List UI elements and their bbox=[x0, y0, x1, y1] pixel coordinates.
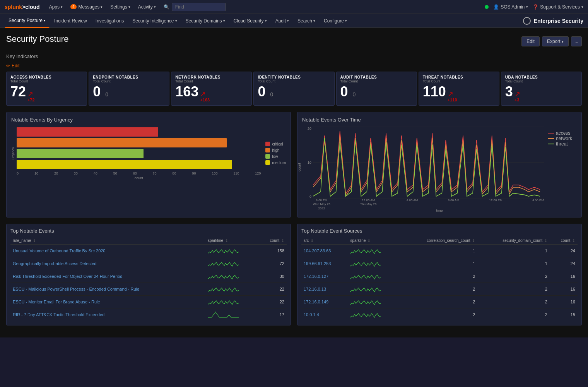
bar-xtick-11: 110 bbox=[233, 171, 239, 175]
source-domain-4: 2 bbox=[477, 296, 550, 308]
top-sources-panel: Top Notable Event Sources src ⇕ sparklin… bbox=[297, 224, 582, 325]
nav-investigations[interactable]: Investigations bbox=[92, 14, 128, 28]
source-src-1[interactable]: 199.66.91.253 bbox=[301, 257, 348, 270]
secbar-right: Enterprise Security bbox=[523, 17, 583, 25]
delta-num-5: +110 bbox=[448, 98, 457, 102]
indicator-card-3[interactable]: IDENTITY NOTABLES Total Count 0 0 bbox=[253, 72, 334, 106]
event-row-1[interactable]: Geographically Improbable Access Detecte… bbox=[10, 257, 287, 270]
sparkline-svg bbox=[208, 272, 239, 280]
bar-legend-item-3: medium bbox=[265, 160, 286, 165]
export-button[interactable]: Export ▾ bbox=[542, 36, 569, 46]
line-legend-item-0: access bbox=[548, 130, 577, 136]
indicator-card-2[interactable]: NETWORK NOTABLES Total Count 163 ↗ +163 bbox=[171, 72, 252, 106]
logo[interactable]: splunk>cloud bbox=[5, 4, 40, 10]
apps-menu[interactable]: Apps ▾ bbox=[46, 3, 66, 11]
nav-security-intelligence[interactable]: Security Intelligence ▾ bbox=[128, 14, 181, 28]
source-src-5[interactable]: 10.0.1.4 bbox=[301, 308, 348, 321]
nav-security-posture[interactable]: Security Posture ▾ bbox=[5, 14, 50, 28]
support-menu[interactable]: ❓ Support & Services ▾ bbox=[533, 4, 583, 10]
indicator-title-3: IDENTITY NOTABLES bbox=[258, 75, 330, 79]
bar-legend-dot-2 bbox=[265, 154, 270, 159]
activity-menu[interactable]: Activity ▾ bbox=[135, 3, 159, 11]
event-count-5: 17 bbox=[258, 308, 287, 321]
event-rule-name-5[interactable]: RIR - 7 Day ATT&CK Tactic Threshold Exce… bbox=[10, 308, 205, 321]
source-src-3[interactable]: 172.16.0.13 bbox=[301, 283, 348, 296]
event-rule-name-2[interactable]: Risk Threshold Exceeded For Object Over … bbox=[10, 270, 205, 283]
th-rule-name[interactable]: rule_name ⇕ bbox=[10, 237, 205, 245]
sparkline-svg bbox=[350, 272, 381, 280]
indicator-delta-5: ↗ +110 bbox=[448, 91, 457, 102]
edit-indicators-link[interactable]: ✏ Edit bbox=[6, 63, 582, 68]
user-menu[interactable]: 👤 SOS Admin ▾ bbox=[493, 4, 528, 10]
event-row-4[interactable]: ESCU - Monitor Email For Brand Abuse - R… bbox=[10, 296, 287, 308]
bar-xtick-1: 10 bbox=[34, 171, 38, 175]
bar-xtick-8: 80 bbox=[173, 171, 176, 175]
nav-security-domains[interactable]: Security Domains ▾ bbox=[182, 14, 229, 28]
source-domain-2: 2 bbox=[477, 270, 550, 283]
nav-configure[interactable]: Configure ▾ bbox=[320, 14, 351, 28]
top-events-panel: Top Notable Events rule_name ⇕ sparkline… bbox=[6, 224, 291, 325]
th-count-events[interactable]: count ⇕ bbox=[258, 237, 287, 245]
delta-num-6: +3 bbox=[514, 98, 520, 102]
indicator-card-5[interactable]: THREAT NOTABLES Total Count 110 ↗ +110 bbox=[419, 72, 499, 106]
indicator-title-0: ACCESS NOTABLES bbox=[10, 75, 83, 79]
nav-cloud-security[interactable]: Cloud Security ▾ bbox=[230, 14, 271, 28]
source-src-0[interactable]: 104.207.83.63 bbox=[301, 245, 348, 257]
event-rule-name-3[interactable]: ESCU - Malicious PowerShell Process - En… bbox=[10, 283, 205, 296]
th-sparkline-sources[interactable]: sparkline ⇕ bbox=[348, 237, 400, 245]
indicator-card-4[interactable]: AUDIT NOTABLES Total Count 0 0 bbox=[336, 72, 417, 106]
event-rule-name-4[interactable]: ESCU - Monitor Email For Brand Abuse - R… bbox=[10, 296, 205, 308]
line-ylabel: count bbox=[297, 163, 301, 171]
source-row-0[interactable]: 104.207.83.63 1 1 24 bbox=[301, 245, 578, 257]
th-count-sources[interactable]: count ⇕ bbox=[550, 237, 578, 245]
source-src-4[interactable]: 172.16.0.149 bbox=[301, 296, 348, 308]
th-correlation[interactable]: correlation_search_count ⇕ bbox=[400, 237, 477, 245]
settings-caret: ▾ bbox=[128, 5, 130, 9]
find-search[interactable]: 🔍 bbox=[161, 1, 229, 13]
line-legend-label-2: threat bbox=[556, 141, 568, 147]
nav-search[interactable]: Search ▾ bbox=[294, 14, 319, 28]
th-sparkline-events[interactable]: sparkline ⇕ bbox=[205, 237, 258, 245]
bar-legend-dot-1 bbox=[265, 148, 270, 152]
event-row-5[interactable]: RIR - 7 Day ATT&CK Tactic Threshold Exce… bbox=[10, 308, 287, 321]
source-src-2[interactable]: 172.16.0.127 bbox=[301, 270, 348, 283]
messages-menu[interactable]: 4 Messages ▾ bbox=[67, 3, 106, 11]
indicator-subtitle-4: Total Count bbox=[340, 79, 413, 83]
activity-caret: ▾ bbox=[154, 5, 156, 9]
th-domain[interactable]: security_domain_count ⇕ bbox=[477, 237, 550, 245]
edit-button[interactable]: Edit bbox=[521, 36, 540, 46]
event-rule-name-0[interactable]: Unusual Volume of Outbound Traffic By Sr… bbox=[10, 245, 205, 257]
search-caret: ▾ bbox=[313, 19, 315, 23]
settings-menu[interactable]: Settings ▾ bbox=[107, 3, 133, 11]
bar-legend-label-2: low bbox=[272, 154, 278, 159]
source-row-1[interactable]: 199.66.91.253 1 1 24 bbox=[301, 257, 578, 270]
event-sparkline-3 bbox=[205, 283, 258, 296]
top-events-title: Top Notable Events bbox=[10, 228, 287, 234]
search-input[interactable] bbox=[172, 3, 226, 11]
event-row-0[interactable]: Unusual Volume of Outbound Traffic By Sr… bbox=[10, 245, 287, 257]
nav-incident-review[interactable]: Incident Review bbox=[50, 14, 91, 28]
source-row-2[interactable]: 172.16.0.127 2 2 16 bbox=[301, 270, 578, 283]
th-src[interactable]: src ⇕ bbox=[301, 237, 348, 245]
event-rule-name-1[interactable]: Geographically Improbable Access Detecte… bbox=[10, 257, 205, 270]
bar-xtick-9: 90 bbox=[192, 171, 196, 175]
bar-legend-label-3: medium bbox=[272, 161, 286, 165]
source-row-3[interactable]: 172.16.0.13 2 2 16 bbox=[301, 283, 578, 296]
nav-audit[interactable]: Audit ▾ bbox=[272, 14, 293, 28]
more-button[interactable]: ... bbox=[571, 36, 582, 46]
main-content: Security Posture Edit Export ▾ ... Key I… bbox=[0, 28, 588, 337]
indicator-card-0[interactable]: ACCESS NOTABLES Total Count 72 ↗ +72 bbox=[6, 72, 87, 106]
event-row-2[interactable]: Risk Threshold Exceeded For Object Over … bbox=[10, 270, 287, 283]
source-row-4[interactable]: 172.16.0.149 2 2 16 bbox=[301, 296, 578, 308]
top-events-table: rule_name ⇕ sparkline ⇕ count ⇕ Unusual … bbox=[10, 237, 287, 321]
sparkline-svg bbox=[208, 310, 239, 318]
indicator-card-1[interactable]: ENDPOINT NOTABLES Total Count 0 0 bbox=[89, 72, 169, 106]
line-legend-label-0: access bbox=[556, 130, 570, 136]
bar-fill-2 bbox=[17, 149, 144, 158]
source-row-5[interactable]: 10.0.1.4 2 2 15 bbox=[301, 308, 578, 321]
indicator-card-6[interactable]: UBA NOTABLES Total Count 3 ↗ +3 bbox=[501, 72, 582, 106]
event-row-3[interactable]: ESCU - Malicious PowerShell Process - En… bbox=[10, 283, 287, 296]
line-xlabel: time bbox=[302, 209, 577, 212]
support-caret: ▾ bbox=[581, 5, 583, 9]
indicator-subtitle-5: Total Count bbox=[423, 79, 495, 83]
